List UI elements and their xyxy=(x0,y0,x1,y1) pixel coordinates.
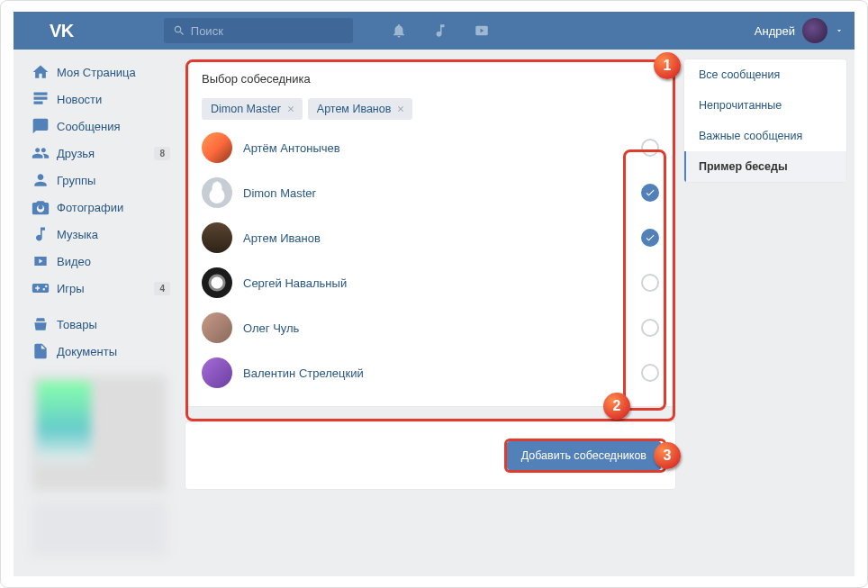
user-checkbox[interactable] xyxy=(641,184,659,202)
nav-item-market[interactable]: Товары xyxy=(24,311,177,338)
nav-item-video[interactable]: Видео xyxy=(24,248,177,275)
user-row[interactable]: Артем Иванов xyxy=(202,215,659,260)
annotation-badge-1: 1 xyxy=(654,52,681,79)
nav-item-photos[interactable]: Фотографии xyxy=(24,194,177,221)
check-icon xyxy=(645,232,656,243)
nav-item-feed[interactable]: Новости xyxy=(24,86,177,113)
nav-label: Товары xyxy=(57,318,97,331)
message-filters: Все сообщенияНепрочитанныеВажные сообщен… xyxy=(683,59,847,183)
vk-logo[interactable]: VK xyxy=(50,21,74,41)
user-name: Артём Антонычев xyxy=(243,141,340,155)
search-input[interactable]: Поиск xyxy=(164,18,353,43)
nav-label: Видео xyxy=(57,255,91,268)
user-row[interactable]: Олег Чуль xyxy=(202,305,659,350)
close-icon[interactable] xyxy=(286,104,295,113)
user-menu[interactable]: Андрей xyxy=(755,18,844,43)
feed-icon xyxy=(32,90,50,108)
user-name: Сергей Навальный xyxy=(243,276,347,290)
dialog-footer: Добавить собеседников 3 xyxy=(185,421,676,490)
chip-label: Артем Иванов xyxy=(317,103,392,115)
nav-item-msg[interactable]: Сообщения xyxy=(24,113,177,140)
user-checkbox[interactable] xyxy=(641,139,659,157)
annotation-badge-3: 3 xyxy=(654,442,681,469)
search-icon xyxy=(173,24,185,37)
photos-icon xyxy=(32,198,50,216)
user-name: Валентин Стрелецкий xyxy=(243,366,364,380)
nav-item-music[interactable]: Музыка xyxy=(24,221,177,248)
nav-label: Новости xyxy=(57,93,102,106)
filter-item[interactable]: Пример беседы xyxy=(684,151,846,182)
home-icon xyxy=(32,63,50,81)
username: Андрей xyxy=(755,24,795,38)
nav-label: Музыка xyxy=(57,228,98,241)
topbar: VK Поиск Андрей xyxy=(14,12,854,50)
left-nav: Моя СтраницаНовостиСообщенияДрузья8Групп… xyxy=(24,50,177,576)
avatar xyxy=(202,312,232,343)
user-checkbox[interactable] xyxy=(641,364,659,382)
nav-label: Группы xyxy=(57,174,95,187)
filter-item[interactable]: Важные сообщения xyxy=(684,121,846,151)
blurred-widget xyxy=(32,502,167,556)
chevron-down-icon xyxy=(835,26,844,35)
user-row[interactable]: Сергей Навальный xyxy=(202,260,659,305)
selected-chip: Артем Иванов xyxy=(308,98,413,120)
docs-icon xyxy=(32,342,50,360)
check-icon xyxy=(645,187,656,198)
dialog-title: Выбор собеседника xyxy=(202,72,659,86)
filter-item[interactable]: Все сообщения xyxy=(684,59,846,90)
user-checkbox[interactable] xyxy=(641,229,659,247)
nav-label: Фотографии xyxy=(57,201,123,214)
msg-icon xyxy=(32,117,50,135)
video-icon xyxy=(32,252,50,270)
blurred-widget xyxy=(32,375,167,491)
music-icon[interactable] xyxy=(432,23,448,39)
nav-label: Моя Страница xyxy=(57,66,136,79)
nav-item-games[interactable]: Игры4 xyxy=(24,275,177,302)
avatar xyxy=(802,18,827,43)
bell-icon[interactable] xyxy=(391,23,407,39)
user-name: Артем Иванов xyxy=(243,231,321,245)
avatar xyxy=(202,222,232,253)
select-user-dialog: 1 2 Выбор собеседника Dimon MasterАртем … xyxy=(185,59,676,407)
avatar xyxy=(202,132,232,163)
nav-badge: 8 xyxy=(154,147,170,160)
user-row[interactable]: Артём Антонычев xyxy=(202,125,659,170)
user-row[interactable]: Dimon Master xyxy=(202,170,659,215)
nav-item-groups[interactable]: Группы xyxy=(24,167,177,194)
avatar xyxy=(202,267,232,298)
market-icon xyxy=(32,315,50,333)
nav-badge: 4 xyxy=(154,282,170,295)
nav-item-home[interactable]: Моя Страница xyxy=(24,59,177,86)
filter-item[interactable]: Непрочитанные xyxy=(684,90,846,121)
avatar xyxy=(202,357,232,388)
search-placeholder: Поиск xyxy=(191,24,223,38)
video-icon[interactable] xyxy=(474,23,490,39)
user-name: Олег Чуль xyxy=(243,321,299,335)
chip-label: Dimon Master xyxy=(211,103,281,115)
nav-item-docs[interactable]: Документы xyxy=(24,338,177,365)
close-icon[interactable] xyxy=(396,104,405,113)
selected-chip: Dimon Master xyxy=(202,98,303,120)
user-checkbox[interactable] xyxy=(641,274,659,292)
annotation-badge-2: 2 xyxy=(603,393,630,420)
nav-label: Игры xyxy=(57,282,85,295)
avatar xyxy=(202,177,232,208)
nav-label: Друзья xyxy=(57,147,95,160)
music-icon xyxy=(32,225,50,243)
user-name: Dimon Master xyxy=(243,186,316,200)
user-row[interactable]: Валентин Стрелецкий xyxy=(202,350,659,395)
games-icon xyxy=(32,279,50,297)
groups-icon xyxy=(32,171,50,189)
friends-icon xyxy=(32,144,50,162)
nav-label: Документы xyxy=(57,345,117,358)
nav-item-friends[interactable]: Друзья8 xyxy=(24,140,177,167)
user-checkbox[interactable] xyxy=(641,319,659,337)
nav-label: Сообщения xyxy=(57,120,121,133)
add-users-button[interactable]: Добавить собеседников xyxy=(507,441,661,470)
